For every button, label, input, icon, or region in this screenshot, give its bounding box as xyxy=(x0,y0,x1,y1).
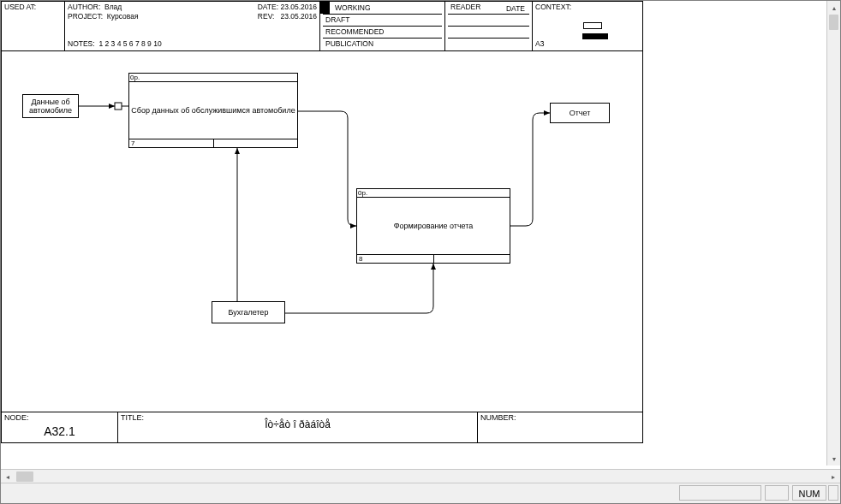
horizontal-scrollbar[interactable]: ◂ ▸ xyxy=(1,469,840,483)
activity-7-number: 7 xyxy=(131,139,134,147)
output-box[interactable]: Отчет xyxy=(550,103,610,123)
project-line: PROJECT: Курсовая xyxy=(68,12,138,21)
activity-box-8[interactable]: 0р. Формирование отчета 8 xyxy=(356,188,510,264)
activity-8-number: 8 xyxy=(359,255,362,263)
working-marker xyxy=(320,2,330,14)
status-cell: WORKING DRAFT RECOMMENDED PUBLICATION xyxy=(320,2,445,51)
activity-7-label: Сбор данных об обслужившимся автомобиле xyxy=(129,82,297,139)
status-recommended: RECOMMENDED xyxy=(323,27,442,39)
notes-line: NOTES: 1 2 3 4 5 6 7 8 9 10 xyxy=(68,39,162,49)
status-well-4 xyxy=(828,485,838,501)
input-label: Данные об автомобиле xyxy=(29,98,72,115)
hscroll-thumb[interactable] xyxy=(16,471,33,482)
footer-node-label: NODE: xyxy=(4,413,29,422)
mechanism-label: Бухгалетер xyxy=(229,308,269,317)
status-well-2 xyxy=(765,485,789,501)
activity-7-prefix: 0р. xyxy=(129,74,297,82)
diagram-canvas: USED AT: AUTHOR: Влад DATE: 23.05.2016 P… xyxy=(1,1,826,465)
status-numlock: NUM xyxy=(792,485,826,501)
footer-number-cell: NUMBER: xyxy=(478,412,643,443)
reader-date-label: DATE xyxy=(504,3,528,15)
output-label: Отчет xyxy=(570,109,591,117)
status-publication: PUBLICATION xyxy=(323,39,442,52)
date-line: DATE: 23.05.2016 xyxy=(258,3,317,12)
app-viewport: USED AT: AUTHOR: Влад DATE: 23.05.2016 P… xyxy=(0,0,841,504)
status-working: WORKING xyxy=(323,3,442,15)
context-label: CONTEXT: xyxy=(535,3,571,11)
activity-8-prefix: 0р. xyxy=(357,189,510,198)
footer-title-cell: TITLE: Îò÷åò î ðàáîòå xyxy=(118,412,478,443)
context-swatch xyxy=(583,22,602,29)
status-well-1 xyxy=(679,485,761,501)
diagram-arrows xyxy=(2,51,642,412)
idef0-sheet: USED AT: AUTHOR: Влад DATE: 23.05.2016 P… xyxy=(1,1,643,443)
footer-node-value: A32.1 xyxy=(2,424,117,438)
status-draft: DRAFT xyxy=(323,15,442,27)
footer-node-cell: NODE: A32.1 xyxy=(2,412,118,443)
context-cell: CONTEXT: A3 xyxy=(533,2,643,51)
reader-label: READER xyxy=(448,2,483,12)
activity-box-7[interactable]: 0р. Сбор данных об обслужившимся автомоб… xyxy=(128,73,298,148)
input-box-data-auto[interactable]: Данные об автомобиле xyxy=(22,94,79,118)
mechanism-box[interactable]: Бухгалетер xyxy=(212,301,285,323)
vscroll-track[interactable] xyxy=(827,15,840,452)
used-at-label: USED AT: xyxy=(4,3,36,11)
scroll-right-button[interactable]: ▸ xyxy=(826,470,840,483)
scroll-up-button[interactable]: ▴ xyxy=(827,1,841,15)
author-line: AUTHOR: Влад xyxy=(68,3,122,12)
context-mark xyxy=(582,33,608,39)
used-at-cell: USED AT: xyxy=(2,2,65,51)
status-bar: NUM xyxy=(1,483,840,503)
context-value: A3 xyxy=(535,39,544,49)
footer-title-value: Îò÷åò î ðàáîòå xyxy=(118,418,477,430)
scroll-down-button[interactable]: ▾ xyxy=(827,452,841,465)
scroll-left-button[interactable]: ◂ xyxy=(1,470,15,483)
author-cell: AUTHOR: Влад DATE: 23.05.2016 PROJECT: К… xyxy=(65,2,320,51)
footer-number-label: NUMBER: xyxy=(480,413,516,422)
vertical-scrollbar[interactable]: ▴ ▾ xyxy=(826,1,840,465)
activity-8-label: Формирование отчета xyxy=(357,198,510,254)
reader-cell: READER DATE xyxy=(445,2,533,51)
diagram-body: Данные об автомобиле 0р. Сбор данных об … xyxy=(2,51,642,412)
vscroll-thumb[interactable] xyxy=(829,15,838,30)
sheet-header: USED AT: AUTHOR: Влад DATE: 23.05.2016 P… xyxy=(2,2,642,51)
svg-rect-0 xyxy=(115,103,122,110)
rev-line: REV: 23.05.2016 xyxy=(258,12,317,21)
sheet-footer: NODE: A32.1 TITLE: Îò÷åò î ðàáîòå NUMBER… xyxy=(2,412,642,442)
